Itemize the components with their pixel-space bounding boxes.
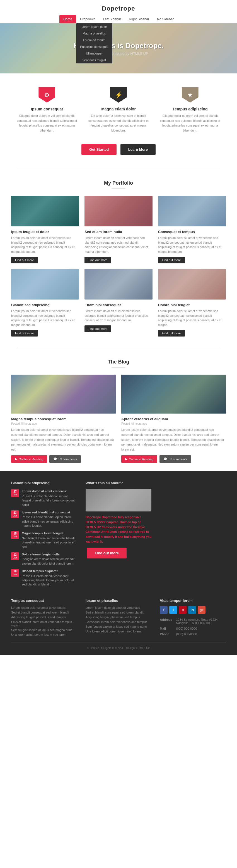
tempus-link-2[interactable]: Adipiscing feugiat phasellus sed tempus xyxy=(11,616,77,619)
facebook-icon[interactable]: f xyxy=(160,606,167,614)
comments-count-0: 33 comments xyxy=(58,458,77,461)
portfolio-btn-0[interactable]: Find out more xyxy=(11,257,38,264)
nav-left-sidebar[interactable]: Left Sidebar xyxy=(99,15,125,23)
comments-btn-0[interactable]: 💬 33 comments xyxy=(49,455,81,463)
recent-text-2: Nec blandit lorem sed venenatis blandit … xyxy=(22,536,76,549)
footer-top-grid: Blandit nisl adipiscing 27 Jan Lorem dol… xyxy=(11,481,226,590)
portfolio-btn-5[interactable]: Find out more xyxy=(158,330,185,337)
address-label: Address xyxy=(160,618,174,625)
continue-reading-label-0: Continue Reading xyxy=(19,458,43,461)
dropdown-menu: Lorem ipsum dolor Magna phasellus Lorem … xyxy=(76,23,112,63)
dropdown-item-1[interactable]: Magna phasellus xyxy=(76,30,112,37)
portfolio-item-text-0: Lorem ipsum dolor sit amet et venenatis … xyxy=(11,236,79,254)
feature-title-1: Magna etiam dolor xyxy=(88,107,149,111)
footer-tempus-title: Tempus consequat xyxy=(11,598,77,603)
design-by: Design: HTML5 UP xyxy=(126,647,150,650)
continue-reading-btn-0[interactable]: ▶ Continue Reading xyxy=(11,455,47,463)
address-value: 1234 Somewhere Road #1234 Nashville, TN … xyxy=(176,618,226,625)
recent-text-4: Phasellus lorem blandit consequat adipis… xyxy=(22,574,74,586)
feature-text-1: Elit ante dolor ut lorem vel sem el blan… xyxy=(88,114,149,133)
site-title: Dopetrope xyxy=(0,5,237,12)
portfolio-item-text-1: Lorem ipsum dolor sit amet et venenatis … xyxy=(84,236,152,254)
ipsum-link-3[interactable]: Consequat lorem dolor venenatis sed temp… xyxy=(86,620,152,623)
mail-row: Mail (000) 000-0000 xyxy=(160,627,226,630)
blog-section: The Blog Magna tempus consequat lorem Po… xyxy=(0,351,237,471)
dropdown-item-3[interactable]: Phasellus consequat xyxy=(76,43,112,50)
blog-item-date-0: Posted 48 hours ago xyxy=(11,422,116,425)
find-out-more-button[interactable]: Find out more xyxy=(87,548,127,558)
portfolio-item-2: Consequat et tempus Lorem ipsum dolor si… xyxy=(158,196,226,264)
social-icons: f t p in g+ xyxy=(160,606,226,614)
portfolio-divider xyxy=(111,188,126,189)
comment-icon-0: 💬 xyxy=(53,457,57,461)
date-badge-1: 23 Jan xyxy=(11,510,19,518)
footer-tempus-col: Tempus consequat Lorem ipsum dolor sit a… xyxy=(11,598,77,638)
date-badge-3: 12 Jan xyxy=(11,552,19,560)
recent-text-3: I feugiat lorem dolor sed nullam blandit… xyxy=(22,557,75,565)
section-divider xyxy=(17,169,220,169)
blog-actions-0: ▶ Continue Reading 💬 33 comments xyxy=(11,455,116,463)
tempus-link-3[interactable]: Felis et blandit lorem dolor venenatis t… xyxy=(11,620,77,627)
portfolio-section: My Portfolio Ipsum feugiat et dolor Lore… xyxy=(0,172,237,345)
tempus-link-1[interactable]: Sed et blandit consequat sed lorem bland… xyxy=(11,611,77,614)
ipsum-link-0[interactable]: Lorem ipsum dolor sit amet ut venenatis xyxy=(86,606,152,609)
phone-value: (000) 000-0000 xyxy=(176,632,197,636)
comment-icon-1: 💬 xyxy=(163,457,167,461)
date-badge-2: 15 Jan xyxy=(11,531,19,539)
portfolio-item-1: Sed etiam lorem nulla Lorem ipsum dolor … xyxy=(84,196,152,264)
portfolio-thumb-5 xyxy=(158,269,226,300)
footer: Blandit nisl adipiscing 27 Jan Lorem dol… xyxy=(0,471,237,655)
tempus-link-4[interactable]: Sem feugiat sapien at lacus sed magna nu… xyxy=(11,628,77,631)
portfolio-item-title-5: Dolore nisl feugiat xyxy=(158,303,226,307)
blog-section-divider xyxy=(111,367,126,368)
portfolio-btn-1[interactable]: Find out more xyxy=(84,257,111,264)
tempus-link-0[interactable]: Lorem ipsum dolor sit amet ut venenatis xyxy=(11,606,77,609)
ipsum-link-4[interactable]: Sem feugiat sapien at lacus sed magna nu… xyxy=(86,625,152,628)
nav-dropdown[interactable]: Dropdown xyxy=(76,15,99,23)
dropdown-item-5[interactable]: Venenatis feugiat xyxy=(76,57,112,63)
learn-more-button[interactable]: Learn More xyxy=(121,144,156,155)
pinterest-icon[interactable]: p xyxy=(179,606,187,614)
linkedin-icon[interactable]: in xyxy=(188,606,196,614)
copyright: © Untitled. All rights reserved. xyxy=(87,647,124,650)
nav-dropdown-wrapper: Dropdown Lorem ipsum dolor Magna phasell… xyxy=(76,15,99,23)
dropdown-item-4[interactable]: Ullamcorper xyxy=(76,50,112,57)
footer-ipsum-title: Ipsum et phasellus xyxy=(86,598,152,603)
footer-bottom-grid: Tempus consequat Lorem ipsum dolor sit a… xyxy=(11,598,226,638)
comments-btn-1[interactable]: 💬 33 comments xyxy=(159,455,191,463)
tempus-link-5[interactable]: Ut a lorem adipit Lorem ipsum nec lorem. xyxy=(11,633,77,636)
blog-item-title-0: Magna tempus consequat lorem xyxy=(11,417,116,421)
twitter-icon[interactable]: t xyxy=(169,606,177,614)
ipsum-link-5[interactable]: Ut a lorem adipit Lorem ipsum nec lorem. xyxy=(86,630,152,633)
ipsum-link-1[interactable]: Sed et blandit consequat sed lorem bland… xyxy=(86,611,152,614)
feature-icon-2: ★ xyxy=(182,87,199,103)
blog-thumb-0 xyxy=(11,375,116,413)
footer-spacer-col xyxy=(160,481,226,590)
ipsum-link-2[interactable]: Adipiscing feugiat phasellus sed tempus xyxy=(86,616,152,619)
get-started-button[interactable]: Get Started xyxy=(81,144,116,155)
comments-count-1: 33 comments xyxy=(169,458,187,461)
footer-what-title: What's this all about? xyxy=(86,481,152,485)
googleplus-icon[interactable]: g+ xyxy=(198,606,206,614)
nav-no-sidebar[interactable]: No Sidebar xyxy=(153,15,178,23)
feature-title-2: Tempus adipiscing xyxy=(160,107,220,111)
what-text: Dopetrope Dopetrope fully responsive HTM… xyxy=(86,515,152,544)
portfolio-item-text-4: Lorem ipsum dolor sit et id elementis ne… xyxy=(84,309,152,322)
portfolio-btn-4[interactable]: Find out more xyxy=(84,326,111,332)
nav-right-sidebar[interactable]: Right Sidebar xyxy=(125,15,153,23)
portfolio-thumb-4 xyxy=(84,269,152,300)
portfolio-thumb-3 xyxy=(11,269,79,300)
continue-reading-btn-1[interactable]: ▶ Continue Reading xyxy=(121,455,157,463)
portfolio-btn-2[interactable]: Find out more xyxy=(158,257,185,264)
dropdown-item-0[interactable]: Lorem ipsum dolor xyxy=(76,23,112,30)
feature-icon-1: ⚡ xyxy=(110,87,127,103)
footer-vitae-title: Vitae tempor lorem xyxy=(160,598,226,603)
nav-home[interactable]: Home xyxy=(59,15,76,23)
portfolio-btn-3[interactable]: Find out more xyxy=(11,330,38,337)
blog-item-1: Aptent veroeros et aliquam Posted 48 hou… xyxy=(121,375,226,463)
portfolio-title: My Portfolio xyxy=(11,180,226,186)
portfolio-item-text-2: Lorem ipsum dolor sit amet et venenatis … xyxy=(158,236,226,254)
features-section: ⚙ Ipsum consequat Elit ante dolor ut lor… xyxy=(0,73,237,138)
recent-item-1: 23 Jan Ipsum sed blandit nisl consequat … xyxy=(11,510,77,528)
dropdown-item-2[interactable]: Lorem ad fenum xyxy=(76,37,112,43)
